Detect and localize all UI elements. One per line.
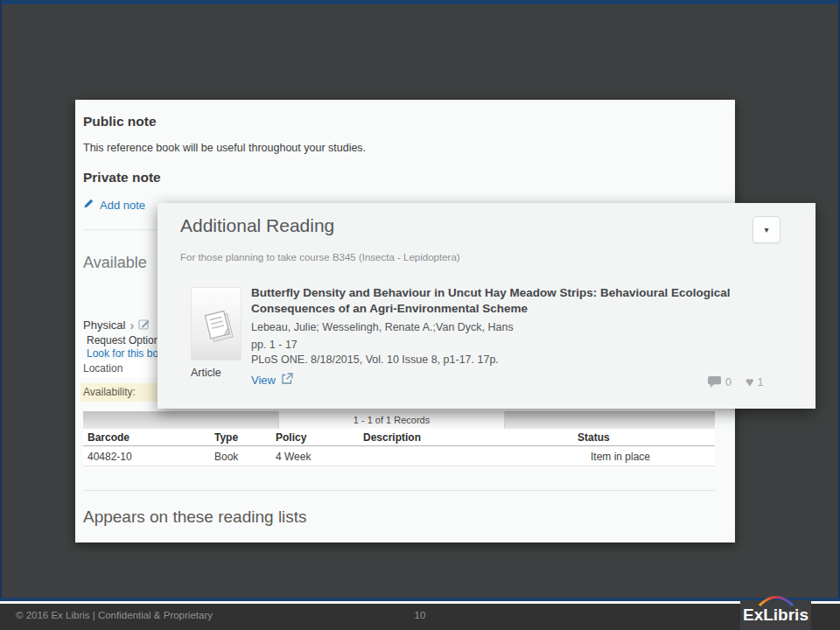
pencil-icon <box>83 198 94 212</box>
comment-bubble-icon <box>707 375 722 388</box>
like-button[interactable]: ♥ 1 <box>746 376 763 388</box>
exlibris-logo: ExLibris <box>740 600 811 630</box>
column-header-type: Type <box>214 431 276 444</box>
cell-barcode: 40482-10 <box>88 451 214 463</box>
records-count-label: 1 - 1 of 1 Records <box>278 411 505 429</box>
collapse-button[interactable]: ▾ <box>752 216 780 243</box>
public-note-heading: Public note <box>83 114 157 130</box>
public-note-text: This reference book will be useful throu… <box>83 142 366 154</box>
likes-count: 1 <box>757 376 763 388</box>
table-row[interactable]: 40482-10 Book 4 Week Item in place <box>83 447 715 466</box>
add-note-label: Add note <box>100 199 145 212</box>
slide-frame-top <box>0 0 840 4</box>
record-type-label: Article <box>191 367 242 379</box>
slide-background: Public note This reference book will be … <box>0 0 840 630</box>
record-title: Butterfly Density and Behaviour in Uncut… <box>251 285 754 317</box>
page-number: 10 <box>0 610 840 620</box>
request-options-label: Request Options <box>87 334 164 346</box>
additional-reading-popup: Additional Reading For those planning to… <box>158 203 816 409</box>
physical-tab-label: Physical <box>83 318 125 332</box>
article-pages-icon <box>197 304 235 343</box>
slide-frame-left <box>0 0 2 601</box>
exlibris-rainbow-arc-icon <box>758 594 794 606</box>
view-link[interactable]: View <box>251 373 304 388</box>
popup-title: Additional Reading <box>180 215 334 236</box>
chevron-right-icon: › <box>130 318 134 332</box>
reading-lists-heading: Appears on these reading lists <box>83 508 307 527</box>
cell-type: Book <box>214 451 276 463</box>
look-for-book-link[interactable]: Look for this bo <box>87 347 158 360</box>
edit-icon[interactable] <box>138 318 150 332</box>
section-divider <box>83 490 715 491</box>
add-note-link[interactable]: Add note <box>83 198 145 212</box>
private-note-heading: Private note <box>83 170 161 186</box>
comments-button[interactable]: 0 <box>707 375 732 388</box>
column-header-barcode: Barcode <box>88 431 214 444</box>
table-pagination-bar: 1 - 1 of 1 Records <box>83 411 715 429</box>
physical-holdings-tab[interactable]: Physical › <box>83 318 150 332</box>
column-header-policy: Policy <box>276 431 363 444</box>
cell-policy: 4 Week <box>276 451 363 463</box>
popup-subtitle: For those planning to take course B345 (… <box>180 252 460 262</box>
table-header-row: Barcode Type Policy Description Status <box>83 429 715 446</box>
record-pages: pp. 1 - 17 <box>251 338 754 353</box>
available-heading: Available <box>83 254 147 272</box>
external-link-icon <box>281 373 293 388</box>
heart-icon: ♥ <box>746 376 754 388</box>
column-header-description: Description <box>363 431 578 444</box>
record-source: PLoS ONE. 8/18/2015, Vol. 10 Issue 8, p1… <box>251 353 754 368</box>
slide-footer: © 2016 Ex Libris | Confidential & Propri… <box>0 604 840 630</box>
comments-count: 0 <box>725 376 732 388</box>
cell-status: Item in place <box>578 451 715 463</box>
record-details: Butterfly Density and Behaviour in Uncut… <box>251 285 754 388</box>
record-thumbnail <box>191 287 242 360</box>
engagement-counters: 0 ♥ 1 <box>707 375 763 388</box>
column-header-status: Status <box>578 431 715 444</box>
exlibris-logo-text: ExLibris <box>740 606 811 625</box>
caret-down-icon: ▾ <box>764 225 768 234</box>
record-authors: Lebeau, Julie; Wesselingh, Renate A.;Van… <box>251 320 754 335</box>
view-link-label: View <box>251 374 276 387</box>
